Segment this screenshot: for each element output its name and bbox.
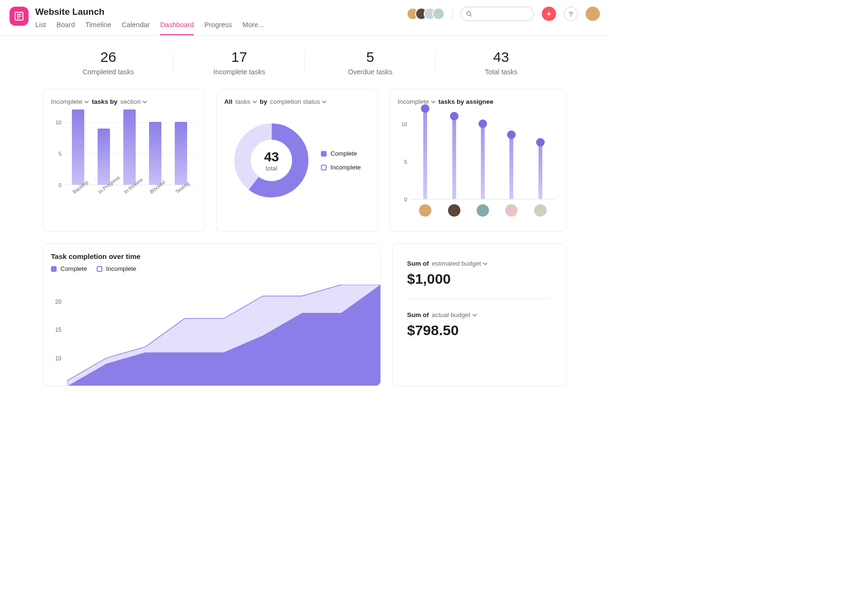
dashboard-content: 26 Completed tasks 17 Incomplete tasks 5…: [0, 36, 609, 405]
chevron-down-icon: [252, 98, 257, 105]
tab-more[interactable]: More...: [242, 21, 264, 35]
area-chart: [67, 285, 380, 386]
donut-legend: Complete Incomplete: [321, 150, 361, 171]
tasks-dropdown[interactable]: tasks: [235, 98, 257, 105]
legend-swatch: [321, 151, 327, 157]
add-button[interactable]: [542, 7, 556, 21]
donut-chart: 43 total: [233, 122, 309, 199]
project-icon: [10, 7, 29, 26]
card-tasks-by-assignee: Incomplete tasks by assignee 0510: [389, 89, 567, 232]
chevron-down-icon: [142, 98, 147, 105]
search-icon: [466, 10, 472, 17]
help-button[interactable]: ?: [564, 7, 578, 21]
group-dropdown[interactable]: section: [120, 98, 148, 105]
project-members[interactable]: [407, 8, 445, 20]
legend-swatch: [51, 266, 57, 272]
area-legend: Complete Incomplete: [51, 265, 373, 272]
card-tasks-by-section: Incomplete tasks by section 0510BacklogI…: [43, 89, 205, 232]
actual-budget-value: $798.50: [407, 322, 552, 338]
tab-timeline[interactable]: Timeline: [85, 21, 111, 35]
search-input[interactable]: [460, 7, 534, 21]
budget-field-dropdown[interactable]: estimated budget: [432, 260, 488, 267]
chevron-down-icon: [84, 98, 89, 105]
tab-calendar[interactable]: Calendar: [122, 21, 150, 35]
estimated-budget-value: $1,000: [407, 271, 552, 287]
card-budget: Sum of estimated budget $1,000 Sum of ac…: [392, 243, 567, 386]
plus-icon: [545, 10, 553, 18]
card-completion-status: All tasks by completion status 43 total …: [216, 89, 378, 232]
stat-completed: 26 Completed tasks: [43, 49, 174, 76]
card-completion-over-time: Task completion over time Complete Incom…: [43, 243, 381, 386]
project-title: Website Launch: [35, 7, 264, 17]
by-dropdown[interactable]: completion status: [270, 98, 327, 105]
chevron-down-icon: [431, 98, 436, 105]
scope-dropdown[interactable]: Incomplete: [398, 98, 436, 105]
member-avatar[interactable]: [432, 8, 445, 20]
divider: [452, 9, 453, 19]
svg-line-5: [470, 15, 472, 17]
tab-bar: List Board Timeline Calendar Dashboard P…: [35, 21, 264, 35]
lollipop-chart: 0510: [398, 109, 558, 219]
svg-point-4: [467, 11, 470, 15]
tab-progress[interactable]: Progress: [204, 21, 232, 35]
stats-row: 26 Completed tasks 17 Incomplete tasks 5…: [43, 49, 567, 76]
chevron-down-icon: [472, 311, 477, 318]
legend-swatch: [321, 165, 327, 170]
app-header: Website Launch List Board Timeline Calen…: [0, 0, 609, 36]
budget-field-dropdown[interactable]: actual budget: [432, 311, 477, 318]
stat-overdue: 5 Overdue tasks: [305, 49, 436, 76]
chevron-down-icon: [322, 98, 327, 105]
stat-incomplete: 17 Incomplete tasks: [174, 49, 305, 76]
scope-dropdown[interactable]: Incomplete: [51, 98, 89, 105]
legend-swatch: [97, 266, 102, 272]
chevron-down-icon: [483, 260, 488, 267]
tab-list[interactable]: List: [35, 21, 46, 35]
profile-avatar[interactable]: [586, 7, 600, 21]
tab-board[interactable]: Board: [57, 21, 75, 35]
stat-total: 43 Total tasks: [436, 49, 567, 76]
bar-chart: 0510BacklogIn ProgressIn ReviewBlockedTe…: [51, 110, 197, 205]
tab-dashboard[interactable]: Dashboard: [160, 21, 194, 35]
